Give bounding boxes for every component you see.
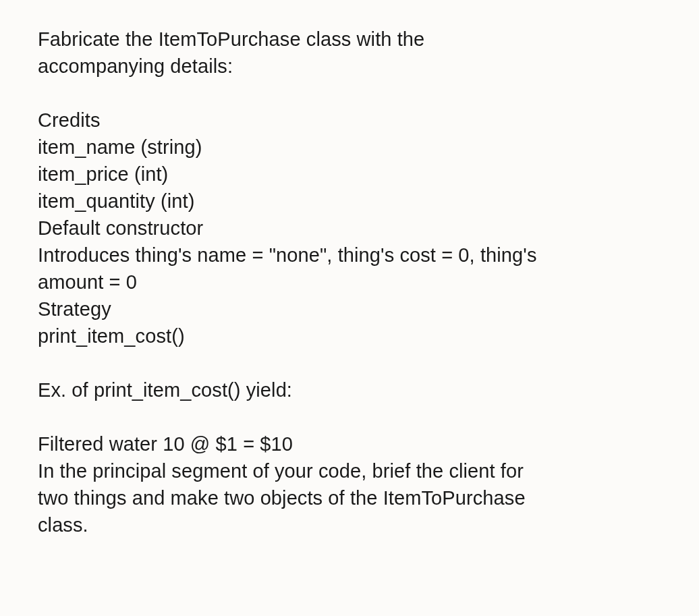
- text-line: Filtered water 10 @ $1 = $10: [38, 430, 665, 457]
- text-line: accompanying details:: [38, 53, 665, 80]
- paragraph-example: Filtered water 10 @ $1 = $10 In the prin…: [38, 430, 665, 538]
- text-line: Strategy: [38, 296, 665, 323]
- text-line: Ex. of print_item_cost() yield:: [38, 376, 665, 403]
- text-line: In the principal segment of your code, b…: [38, 457, 665, 484]
- text-line: item_price (int): [38, 161, 665, 188]
- text-line: two things and make two objects of the I…: [38, 484, 665, 511]
- text-line: item_name (string): [38, 134, 665, 161]
- text-line: amount = 0: [38, 269, 665, 296]
- paragraph-details: Credits item_name (string) item_price (i…: [38, 107, 665, 349]
- text-line: print_item_cost(): [38, 323, 665, 349]
- text-line: class.: [38, 511, 665, 538]
- text-line: item_quantity (int): [38, 188, 665, 215]
- text-line: Fabricate the ItemToPurchase class with …: [38, 26, 665, 53]
- text-line: Credits: [38, 107, 665, 134]
- text-line: Introduces thing's name = "none", thing'…: [38, 242, 665, 269]
- paragraph-intro: Fabricate the ItemToPurchase class with …: [38, 26, 665, 80]
- paragraph-example-heading: Ex. of print_item_cost() yield:: [38, 376, 665, 403]
- text-line: Default constructor: [38, 215, 665, 242]
